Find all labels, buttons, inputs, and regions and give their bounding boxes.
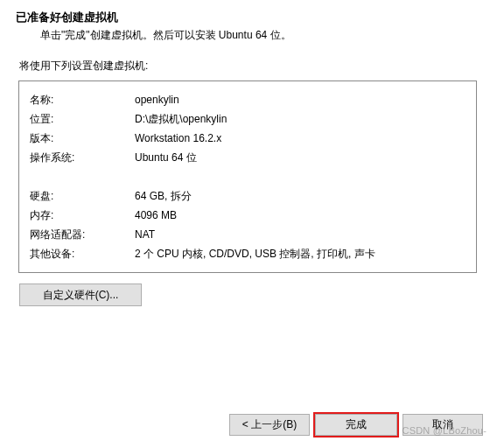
cancel-button[interactable]: 取消: [402, 414, 483, 436]
summary-row-disk: 硬盘: 64 GB, 拆分: [30, 186, 466, 206]
os-label: 操作系统:: [30, 148, 135, 167]
settings-summary-box: 名称: openkylin 位置: D:\虚拟机\openkylin 版本: W…: [18, 80, 477, 273]
location-label: 位置:: [30, 109, 135, 129]
back-button[interactable]: < 上一步(B): [229, 414, 310, 436]
wizard-footer: < 上一步(B) 完成 取消: [229, 414, 483, 436]
name-label: 名称:: [30, 90, 135, 109]
other-label: 其他设备:: [30, 244, 135, 263]
summary-row-os: 操作系统: Ubuntu 64 位: [30, 148, 466, 167]
disk-value: 64 GB, 拆分: [135, 186, 466, 206]
wizard-header: 已准备好创建虚拟机 单击"完成"创建虚拟机。然后可以安装 Ubuntu 64 位…: [0, 0, 497, 52]
summary-row-network: 网络适配器: NAT: [30, 225, 466, 244]
memory-value: 4096 MB: [135, 206, 466, 225]
summary-row-version: 版本: Workstation 16.2.x: [30, 129, 466, 148]
version-label: 版本:: [30, 129, 135, 148]
page-title: 已准备好创建虚拟机: [16, 10, 481, 25]
summary-row-location: 位置: D:\虚拟机\openkylin: [30, 109, 466, 129]
summary-row-name: 名称: openkylin: [30, 90, 466, 109]
customize-hardware-button[interactable]: 自定义硬件(C)...: [19, 284, 142, 306]
os-value: Ubuntu 64 位: [135, 148, 466, 167]
version-value: Workstation 16.2.x: [135, 129, 466, 148]
finish-button[interactable]: 完成: [315, 414, 397, 436]
wizard-content: 将使用下列设置创建虚拟机: 名称: openkylin 位置: D:\虚拟机\o…: [0, 52, 497, 306]
disk-label: 硬盘:: [30, 186, 135, 206]
summary-row-other: 其他设备: 2 个 CPU 内核, CD/DVD, USB 控制器, 打印机, …: [30, 244, 466, 263]
memory-label: 内存:: [30, 206, 135, 225]
network-value: NAT: [135, 225, 466, 244]
location-value: D:\虚拟机\openkylin: [135, 109, 466, 129]
network-label: 网络适配器:: [30, 225, 135, 244]
name-value: openkylin: [135, 90, 466, 109]
page-subtitle: 单击"完成"创建虚拟机。然后可以安装 Ubuntu 64 位。: [16, 28, 481, 43]
summary-row-memory: 内存: 4096 MB: [30, 206, 466, 225]
settings-intro: 将使用下列设置创建虚拟机:: [18, 59, 480, 74]
other-value: 2 个 CPU 内核, CD/DVD, USB 控制器, 打印机, 声卡: [135, 244, 466, 263]
